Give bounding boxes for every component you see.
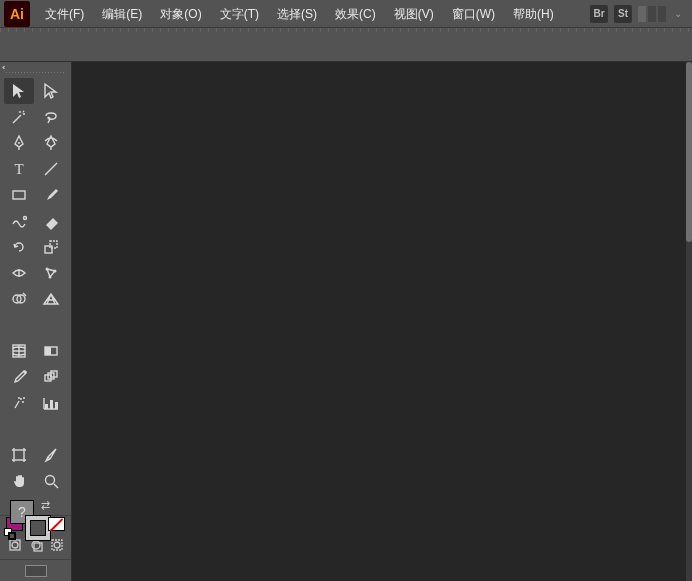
canvas-area[interactable] [72, 62, 692, 581]
svg-point-28 [54, 542, 60, 548]
workspace-switcher[interactable] [638, 6, 666, 22]
rotate-tool[interactable] [4, 234, 34, 260]
menu-effect[interactable]: 效果(C) [326, 0, 385, 28]
menubar-right: Br St ⌄ [590, 5, 688, 23]
pen-tool[interactable] [4, 130, 34, 156]
svg-rect-4 [45, 246, 52, 253]
ruler-strip [0, 28, 692, 32]
rectangle-tool[interactable] [4, 182, 34, 208]
default-fill-stroke-icon[interactable] [4, 528, 18, 542]
menu-window[interactable]: 窗口(W) [443, 0, 504, 28]
zoom-tool[interactable] [36, 468, 66, 494]
svg-point-0 [23, 113, 24, 114]
column-graph-tool[interactable] [36, 390, 66, 416]
vertical-scrollbar[interactable] [686, 62, 692, 581]
svg-point-24 [12, 542, 18, 548]
bridge-badge[interactable]: Br [590, 5, 608, 23]
menubar: Ai 文件(F) 编辑(E) 对象(O) 文字(T) 选择(S) 效果(C) 视… [0, 0, 692, 28]
direct-selection-tool[interactable] [36, 78, 66, 104]
fill-stroke-proxy: ? ⇄ [0, 496, 71, 511]
color-mode-none[interactable] [48, 517, 65, 531]
perspective-grid-tool[interactable] [36, 286, 66, 312]
menu-type[interactable]: 文字(T) [211, 0, 268, 28]
svg-rect-26 [34, 543, 42, 551]
panel-grip[interactable] [6, 72, 65, 73]
selection-tool[interactable] [4, 78, 34, 104]
blend-tool[interactable] [36, 364, 66, 390]
scrollbar-thumb[interactable] [686, 62, 692, 242]
svg-rect-2 [13, 191, 25, 199]
panel-collapse-handle[interactable]: ‹‹ [0, 62, 71, 72]
chevron-down-icon: ⌄ [672, 8, 682, 19]
paintbrush-tool[interactable] [36, 182, 66, 208]
svg-point-1 [18, 142, 20, 144]
svg-rect-13 [45, 347, 51, 355]
curvature-tool[interactable] [36, 130, 66, 156]
svg-point-19 [23, 397, 25, 399]
svg-point-22 [46, 476, 55, 485]
stock-badge[interactable]: St [614, 5, 632, 23]
eraser-tool[interactable] [36, 208, 66, 234]
svg-rect-5 [50, 241, 57, 248]
slice-tool[interactable] [36, 442, 66, 468]
tools-grid: T [0, 76, 71, 496]
svg-point-25 [32, 541, 40, 549]
shape-builder-tool[interactable] [4, 286, 34, 312]
menu-object[interactable]: 对象(O) [151, 0, 210, 28]
eyedropper-tool[interactable] [4, 364, 34, 390]
svg-rect-21 [14, 450, 24, 460]
screen-mode-row [0, 561, 71, 581]
hand-tool[interactable] [4, 468, 34, 494]
type-tool[interactable]: T [4, 156, 34, 182]
lasso-tool[interactable] [36, 104, 66, 130]
line-segment-tool[interactable] [36, 156, 66, 182]
menu-view[interactable]: 视图(V) [385, 0, 443, 28]
menu-select[interactable]: 选择(S) [268, 0, 326, 28]
mesh-tool[interactable] [4, 338, 34, 364]
svg-point-3 [24, 217, 27, 220]
width-tool[interactable] [4, 260, 34, 286]
symbol-sprayer-tool[interactable] [4, 390, 34, 416]
draw-inside-icon[interactable] [48, 537, 65, 553]
menu-file[interactable]: 文件(F) [36, 0, 93, 28]
svg-point-17 [20, 398, 22, 400]
svg-point-20 [18, 397, 20, 399]
tools-panel: ‹‹ [0, 62, 72, 581]
gradient-tool[interactable] [36, 338, 66, 364]
stroke-swatch[interactable] [26, 516, 50, 540]
menu-help[interactable]: 帮助(H) [504, 0, 563, 28]
shaper-tool[interactable] [4, 208, 34, 234]
swap-fill-stroke-icon[interactable]: ⇄ [38, 498, 52, 512]
puppet-warp-tool[interactable] [36, 260, 66, 286]
scale-tool[interactable] [36, 234, 66, 260]
magic-wand-tool[interactable] [4, 104, 34, 130]
options-bar [0, 28, 692, 62]
main-area: ‹‹ [0, 62, 692, 581]
screen-mode-button[interactable] [25, 565, 47, 577]
menu-edit[interactable]: 编辑(E) [93, 0, 151, 28]
artboard-tool[interactable] [4, 442, 34, 468]
app-logo: Ai [4, 1, 30, 27]
svg-point-18 [22, 401, 24, 403]
